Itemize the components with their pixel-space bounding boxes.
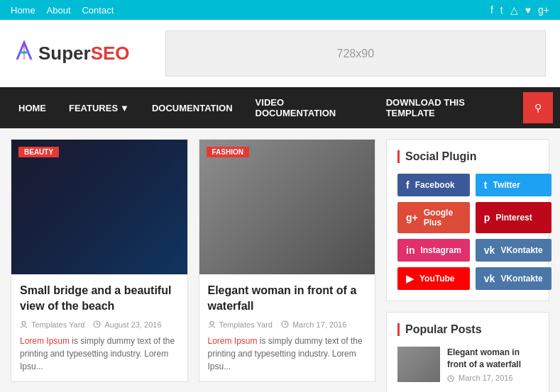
vkontakte-button-2[interactable]: vk VKontakte [476, 267, 551, 290]
logo-icon [14, 40, 34, 67]
vkontakte-icon-1: vk [484, 245, 495, 256]
article-badge-1: BEAUTY [18, 147, 59, 157]
nav-item-videodocs[interactable]: VIDEO DOCUMENTATION [244, 87, 375, 128]
article-meta-2: Templates Yard March 17, 2016 [208, 320, 367, 329]
social-plugin-title: Social Plugin [397, 150, 538, 163]
social-grid: f Facebook t Twitter g+ Google Plus p Pi… [397, 174, 538, 290]
youtube-button[interactable]: ▶ YouTube [397, 267, 470, 290]
article-img-placeholder-2 [199, 140, 375, 274]
social-plugin-section: Social Plugin f Facebook t Twitter g+ Go… [386, 139, 549, 301]
googleplus-label: Google Plus [424, 208, 461, 228]
vkontakte-label-2: VKontakte [500, 274, 542, 284]
features-label: FEATURES [69, 103, 118, 113]
nav-contact[interactable]: Contact [82, 5, 114, 16]
twitter-button[interactable]: t Twitter [476, 174, 551, 196]
article-title-2: Elegant woman in front of a waterfall [208, 283, 367, 315]
pinterest-icon: p [484, 212, 490, 223]
article-date-2: March 17, 2016 [281, 320, 346, 329]
googleplus-top-icon[interactable]: g+ [538, 4, 549, 16]
popular-posts-title: Popular Posts [397, 323, 538, 336]
ad-banner: 728x90 [165, 30, 546, 77]
sidebar: Social Plugin f Facebook t Twitter g+ Go… [386, 139, 549, 392]
article-author-2: Templates Yard [208, 320, 273, 329]
popular-date-text-1: March 17, 2016 [459, 374, 512, 382]
author-name-2: Templates Yard [219, 320, 273, 329]
facebook-label: Facebook [415, 180, 455, 190]
popular-info-1: Elegant woman in front of a waterfall Ma… [447, 347, 538, 382]
top-nav: Home About Contact [11, 4, 122, 16]
youtube-label: YouTube [419, 274, 455, 284]
article-title-1: Small bridge and a beautiful view of the… [20, 283, 179, 315]
top-bar: Home About Contact f t △ ♥ g+ [0, 0, 560, 20]
pinterest-button[interactable]: p Pinterest [476, 202, 551, 233]
popular-post-date-1: March 17, 2016 [447, 374, 538, 382]
youtube-icon: ▶ [406, 273, 414, 284]
ad-text: 728x90 [337, 47, 375, 60]
instagram-label: Instagram [420, 245, 461, 255]
article-badge-2: FASHION [207, 147, 249, 157]
top-icons: f t △ ♥ g+ [490, 4, 549, 16]
nav-item-home[interactable]: HOME [7, 93, 57, 123]
article-image-1: BEAUTY [11, 140, 187, 274]
instagram-top-icon[interactable]: △ [510, 4, 518, 16]
nav-item-download[interactable]: DOWNLOAD THIS TEMPLATE [375, 87, 523, 128]
main-nav: HOME FEATURES ▼ DOCUMENTATION VIDEO DOCU… [0, 87, 560, 128]
facebook-top-icon[interactable]: f [490, 4, 493, 16]
article-date-1: August 23, 2016 [93, 320, 161, 329]
pinterest-label: Pinterest [495, 213, 532, 223]
vkontakte-button-1[interactable]: vk VKontakte [476, 239, 551, 262]
googleplus-button[interactable]: g+ Google Plus [397, 202, 470, 233]
features-arrow-icon: ▼ [120, 103, 129, 113]
date-text-2: March 17, 2016 [292, 320, 346, 329]
logo-seo-text: SEO [91, 43, 130, 65]
facebook-icon: f [406, 179, 410, 191]
vkontakte-icon-2: vk [484, 273, 495, 284]
content-area: BEAUTY Small bridge and a beautiful view… [0, 128, 560, 392]
article-author-1: Templates Yard [20, 320, 84, 329]
twitter-top-icon[interactable]: t [500, 4, 503, 16]
popular-posts-section: Popular Posts Elegant woman in front of … [386, 312, 549, 392]
logo: SuperSEO [14, 40, 130, 67]
search-button[interactable]: ⚲ [523, 92, 553, 123]
article-img-placeholder-1 [11, 140, 187, 274]
article-meta-1: Templates Yard August 23, 2016 [20, 320, 179, 329]
instagram-icon: in [406, 245, 414, 256]
popular-post-title-1: Elegant woman in front of a waterfall [447, 347, 538, 371]
header: SuperSEO 728x90 [0, 20, 560, 87]
author-name-1: Templates Yard [31, 320, 84, 329]
twitter-label: Twitter [493, 180, 520, 190]
vkontakte-label-1: VKontakte [500, 245, 542, 255]
nav-item-docs[interactable]: DOCUMENTATION [141, 93, 244, 123]
instagram-button[interactable]: in Instagram [397, 239, 470, 262]
twitter-icon: t [484, 179, 488, 191]
article-card-1: BEAUTY Small bridge and a beautiful view… [11, 139, 188, 382]
popular-post-1: Elegant woman in front of a waterfall Ma… [397, 347, 538, 382]
svg-point-4 [210, 322, 214, 325]
article-grid: BEAUTY Small bridge and a beautiful view… [11, 139, 375, 382]
facebook-button[interactable]: f Facebook [397, 174, 470, 196]
article-body-2: Elegant woman in front of a waterfall Te… [199, 274, 375, 381]
article-excerpt-1: Lorem Ipsum is simply dummy text of the … [20, 335, 179, 373]
nav-home[interactable]: Home [11, 5, 35, 16]
svg-point-0 [22, 322, 26, 325]
main-content: BEAUTY Small bridge and a beautiful view… [11, 139, 375, 392]
article-image-2: FASHION [199, 140, 375, 274]
logo-super-text: Super [38, 43, 91, 65]
pinterest-top-icon[interactable]: ♥ [525, 4, 531, 16]
googleplus-icon: g+ [406, 212, 418, 223]
article-body-1: Small bridge and a beautiful view of the… [11, 274, 187, 381]
nav-item-features[interactable]: FEATURES ▼ [57, 93, 141, 123]
article-card-2: FASHION Elegant woman in front of a wate… [199, 139, 376, 382]
popular-thumb-1 [397, 347, 440, 382]
article-excerpt-2: Lorem Ipsum is simply dummy text of the … [208, 335, 367, 373]
nav-about[interactable]: About [47, 5, 71, 16]
date-text-1: August 23, 2016 [104, 320, 161, 329]
